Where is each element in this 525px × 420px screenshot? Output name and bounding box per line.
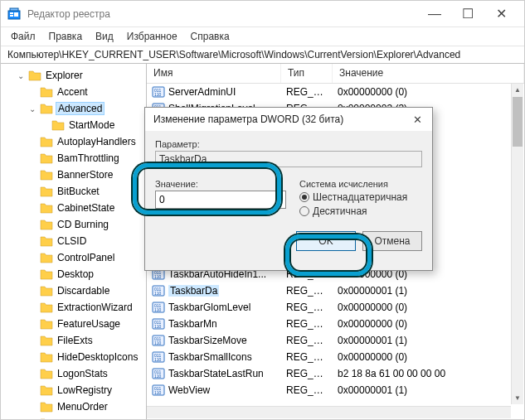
tree-item-bitbucket[interactable]: BitBucket (1, 183, 146, 200)
tree-label: Modules (56, 417, 96, 419)
tree-label: Advanced (56, 102, 105, 115)
tree-label: AutoplayHandlers (56, 135, 138, 148)
value-type: REG_D... (281, 285, 333, 297)
value-name: TaskbarGlomLevel (168, 302, 250, 313)
value-type: REG_D... (281, 318, 333, 330)
radio-dec[interactable]: Десятичная (299, 205, 422, 217)
tree-label: ControlPanel (56, 251, 116, 264)
header-value[interactable]: Значение (333, 64, 524, 83)
folder-icon (40, 235, 53, 247)
menu-edit[interactable]: Правка (42, 29, 90, 44)
base-label: Система исчисления (299, 179, 422, 189)
tree-label: CLSID (56, 234, 88, 248)
dialog-close-button[interactable]: ✕ (402, 113, 432, 126)
radio-hex-label: Шестнадцатеричная (313, 191, 407, 203)
tree-item-advanced[interactable]: ⌄Advanced (1, 100, 146, 117)
value-name: TaskbarStateLastRun (168, 368, 264, 379)
value-row[interactable]: WebViewREG_D...0x00000001 (1) (147, 382, 524, 398)
value-row[interactable]: TaskbarSizeMoveREG_D...0x00000001 (1) (147, 332, 524, 349)
tree-item-discardable[interactable]: Discardable (1, 282, 146, 299)
value-type: REG_D... (281, 335, 333, 346)
tree-item-extractionwizard[interactable]: ExtractionWizard (1, 299, 146, 316)
tree-label: LowRegistry (56, 384, 114, 397)
cancel-button[interactable]: Отмена (362, 231, 422, 251)
menu-view[interactable]: Вид (89, 29, 120, 44)
tree-label: Desktop (56, 268, 95, 281)
tree-label: MenuOrder (56, 400, 109, 413)
tree-item-accent[interactable]: Accent (1, 84, 146, 100)
folder-icon (40, 186, 53, 197)
maximize-button[interactable]: ☐ (451, 2, 484, 26)
value-row[interactable]: TaskbarStateLastRunREG_BI...b2 18 8a 61 … (147, 365, 524, 382)
radio-dec-label: Десятичная (313, 205, 367, 217)
scroll-down-icon[interactable]: ▼ (512, 392, 523, 404)
folder-icon (40, 152, 53, 164)
tree-item-menuorder[interactable]: MenuOrder (1, 398, 146, 415)
tree-item-controlpanel[interactable]: ControlPanel (1, 249, 146, 266)
values-header: Имя Тип Значение (147, 64, 524, 84)
reg-dword-icon (152, 384, 165, 397)
address-bar[interactable]: Компьютер\HKEY_CURRENT_USER\Software\Mic… (1, 46, 524, 64)
header-name[interactable]: Имя (147, 64, 281, 83)
value-input[interactable] (155, 191, 286, 209)
menu-file[interactable]: Файл (4, 29, 42, 44)
reg-dword-icon (152, 317, 165, 331)
tree-label: FileExts (56, 334, 95, 347)
ok-button[interactable]: OK (296, 231, 356, 251)
tree-item-clsid[interactable]: CLSID (1, 233, 146, 249)
tree-item-featureusage[interactable]: FeatureUsage (1, 316, 146, 332)
tree-expander-icon[interactable]: ⌄ (16, 71, 26, 80)
tree-label: StartMode (67, 118, 116, 132)
horizontal-scrollbar[interactable] (147, 406, 511, 418)
dialog-title: Изменение параметра DWORD (32 бита) (153, 113, 402, 125)
tree-expander-icon[interactable]: ⌄ (27, 104, 37, 113)
value-row[interactable]: TaskbarDaREG_D...0x00000001 (1) (147, 282, 524, 299)
tree-item-logonstats[interactable]: LogonStats (1, 365, 146, 382)
folder-icon (40, 368, 53, 379)
close-button[interactable]: ✕ (484, 2, 518, 26)
radio-hex[interactable]: Шестнадцатеричная (299, 191, 422, 203)
value-data: 0x00000000 (0) (333, 302, 524, 313)
value-row[interactable]: TaskbarSmallIconsREG_D...0x00000000 (0) (147, 349, 524, 365)
value-type: REG_BI... (281, 368, 333, 379)
folder-icon (40, 285, 53, 297)
minimize-button[interactable]: — (418, 2, 451, 26)
header-type[interactable]: Тип (281, 64, 333, 83)
reg-dword-icon (152, 301, 165, 314)
tree-label: Discardable (56, 284, 111, 297)
tree-item-lowregistry[interactable]: LowRegistry (1, 382, 146, 398)
tree-item-cd-burning[interactable]: CD Burning (1, 216, 146, 233)
menu-help[interactable]: Справка (184, 29, 236, 44)
scrollbar-thumb[interactable] (513, 97, 523, 147)
tree-label: BannerStore (56, 168, 114, 181)
reg-dword-icon (152, 334, 165, 347)
tree-item-desktop[interactable]: Desktop (1, 266, 146, 282)
tree-item-explorer[interactable]: ⌄Explorer (1, 67, 146, 84)
tree-item-cabinetstate[interactable]: CabinetState (1, 200, 146, 216)
tree-item-bannerstore[interactable]: BannerStore (1, 167, 146, 183)
tree-label: BitBucket (56, 185, 101, 198)
reg-dword-icon (152, 367, 165, 380)
window-title: Редактор реестра (27, 8, 418, 20)
tree-item-bamthrottling[interactable]: BamThrottling (1, 150, 146, 167)
scroll-up-icon[interactable]: ▲ (512, 84, 523, 96)
value-data: 0x00000000 (0) (333, 351, 524, 363)
menu-favorites[interactable]: Избранное (120, 29, 184, 44)
folder-icon (40, 252, 53, 263)
value-row[interactable]: TaskbarMnREG_D...0x00000000 (0) (147, 316, 524, 332)
value-row[interactable]: TaskbarGlomLevelREG_D...0x00000000 (0) (147, 299, 524, 316)
value-row[interactable]: ServerAdminUIREG_D...0x00000000 (0) (147, 84, 524, 100)
value-name: TaskbarMn (168, 318, 217, 330)
value-name: TaskbarDa (168, 285, 219, 297)
tree-item-startmode[interactable]: StartMode (1, 117, 146, 133)
tree-item-fileexts[interactable]: FileExts (1, 332, 146, 349)
vertical-scrollbar[interactable]: ▲ ▼ (511, 84, 523, 404)
tree-label: Accent (56, 85, 90, 99)
value-type: REG_D... (281, 351, 333, 363)
param-label: Параметр: (155, 139, 422, 149)
tree-item-autoplayhandlers[interactable]: AutoplayHandlers (1, 133, 146, 150)
tree-item-hidedesktopicons[interactable]: HideDesktopIcons (1, 349, 146, 365)
value-type: REG_D... (281, 384, 333, 396)
tree-item-modules[interactable]: Modules (1, 415, 146, 419)
tree-pane: ⌄ExplorerAccent⌄AdvancedStartModeAutopla… (1, 64, 147, 419)
